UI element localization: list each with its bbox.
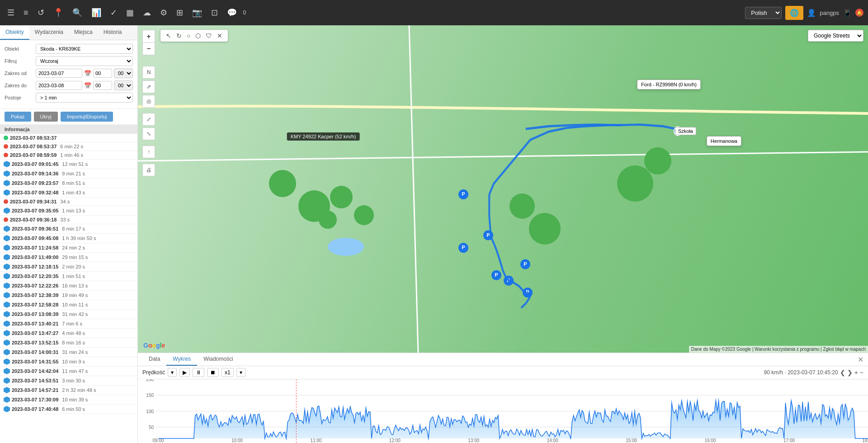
map-tool-refresh[interactable]: ↻ [175, 31, 184, 40]
event-item[interactable]: 2023-03-07 14:57:212 h 32 min 48 s [0, 386, 137, 395]
from-calendar-icon[interactable]: 📅 [84, 70, 91, 77]
event-item[interactable]: 2023-03-07 09:23:578 min 51 s [0, 179, 137, 188]
hide-button[interactable]: Ukryj [34, 112, 58, 122]
map-tool-shield[interactable]: 🛡 [204, 31, 214, 40]
map-north-btn[interactable]: N [142, 66, 155, 79]
chart-stop-btn[interactable]: ⏹ [207, 368, 219, 377]
map-shrink-btn[interactable]: ⤡ [142, 127, 155, 140]
speed-chart[interactable] [138, 379, 868, 443]
chart-dropdown-btn[interactable]: ▾ [168, 368, 177, 377]
map-layers-selector[interactable]: Google Streets Google Satellite OpenStre… [808, 30, 863, 42]
object-select[interactable]: Skoda - KR639KE [36, 44, 133, 54]
chart-close-button[interactable]: ✕ [858, 355, 863, 364]
search-icon[interactable]: 🔍 [70, 6, 85, 19]
event-item[interactable]: 2023-03-07 09:36:518 min 17 s [0, 224, 137, 234]
event-item[interactable]: 2023-03-07 13:08:3931 min 42 s [0, 310, 137, 319]
event-item[interactable]: 2023-03-07 09:32:481 min 43 s [0, 188, 137, 198]
theme-button[interactable]: 🌐 [785, 6, 803, 20]
layers-icon[interactable]: ⊞ [174, 6, 186, 19]
tab-obiekty[interactable]: Obiekty [0, 25, 29, 40]
map-tool-polygon[interactable]: ⬡ [193, 31, 203, 40]
event-item[interactable]: 2023-03-07 13:47:274 min 48 s [0, 329, 137, 338]
filter-select[interactable]: Wczoraj Dziś Ten tydzień [36, 56, 133, 66]
tab-wydarzenia[interactable]: Wydarzenia [29, 25, 69, 40]
zoom-out-button[interactable]: − [142, 42, 155, 55]
chat-icon[interactable]: 💬 [224, 6, 240, 19]
import-export-button[interactable]: Importuj/Eksportuj [61, 112, 113, 122]
settings-icon[interactable]: ⚙ [157, 6, 170, 19]
tab-miejsca[interactable]: Miejsca [69, 25, 98, 40]
menu-icon[interactable]: ☰ [5, 6, 17, 19]
show-button[interactable]: Pokaż [5, 112, 31, 122]
chart-tab-data[interactable]: Data [142, 353, 166, 366]
event-item[interactable]: 2023-03-07 08:59:591 min 46 s [0, 151, 137, 160]
event-item[interactable]: 2023-03-07 12:58:2810 min 11 s [0, 300, 137, 310]
to-calendar-icon[interactable]: 📅 [84, 82, 91, 89]
event-item[interactable]: 2023-03-07 14:31:5510 min 9 s [0, 357, 137, 367]
from-hour-select[interactable]: 00 [114, 68, 133, 78]
chart-tab-wykres[interactable]: Wykres [166, 353, 197, 366]
event-item[interactable]: 2023-03-07 13:52:158 min 16 s [0, 338, 137, 348]
from-hour-input[interactable] [93, 69, 112, 78]
pin-icon[interactable]: 📍 [51, 6, 66, 19]
tab-historia[interactable]: Historia [98, 25, 127, 40]
event-item[interactable]: 2023-03-07 17:30:0910 min 39 s [0, 395, 137, 405]
event-item[interactable]: 2023-03-07 13:40:217 min 6 s [0, 319, 137, 329]
grid-icon[interactable]: ▦ [123, 6, 137, 19]
zoom-in-button[interactable]: + [142, 30, 155, 42]
map-area[interactable]: ↖ ↻ ○ ⬡ 🛡 ✕ + − N ⇗ ◎ ⤢ ⤡ ↑ 🖨 [138, 25, 868, 353]
event-duration: 1 min 43 s [62, 190, 85, 195]
chart-speed-dropdown[interactable]: ▾ [236, 368, 245, 377]
to-hour-input[interactable] [93, 81, 112, 90]
map-tool-close[interactable]: ✕ [215, 31, 224, 40]
event-duration: 1 h 39 min 50 s [62, 236, 96, 241]
to-hour-select[interactable]: 00 [114, 80, 133, 90]
chart-speed-x-btn[interactable]: x1 [222, 368, 234, 377]
layers-select[interactable]: Google Streets Google Satellite OpenStre… [808, 30, 863, 42]
check-icon[interactable]: ✓ [108, 6, 120, 19]
event-item[interactable]: 2023-03-07 12:22:2616 min 13 s [0, 281, 137, 291]
from-date-input[interactable] [36, 69, 82, 78]
event-item[interactable]: 2023-03-07 12:18:152 min 20 s [0, 262, 137, 272]
event-item[interactable]: 2023-03-07 12:38:3919 min 49 s [0, 291, 137, 300]
map-expand-btn[interactable]: ⤢ [142, 113, 155, 126]
chart-next-btn[interactable]: ❯ [847, 369, 853, 376]
map-tool-cursor[interactable]: ↖ [164, 31, 173, 40]
event-item[interactable]: 2023-03-07 08:53:37 [0, 134, 137, 142]
map-arrow-up[interactable]: ↑ [142, 146, 155, 158]
event-item[interactable]: 2023-03-07 14:00:3131 min 24 s [0, 348, 137, 357]
event-item[interactable]: 2023-03-07 09:35:051 min 13 s [0, 206, 137, 216]
event-item[interactable]: 2023-03-07 09:34:3134 s [0, 198, 137, 206]
chart-zoom-out-btn[interactable]: − [860, 369, 863, 376]
chart-prev-btn[interactable]: ❮ [840, 369, 845, 376]
event-item[interactable]: 2023-03-07 09:14:369 min 21 s [0, 169, 137, 179]
cloud-icon[interactable]: ☁ [140, 6, 154, 19]
language-select[interactable]: Polish English [745, 7, 782, 19]
camera-icon[interactable]: 📷 [189, 6, 205, 19]
event-item[interactable]: 2023-03-07 09:45:081 h 39 min 50 s [0, 234, 137, 243]
event-item[interactable]: 2023-03-07 09:01:4512 min 51 s [0, 160, 137, 169]
list-icon[interactable]: ≡ [21, 6, 31, 19]
history-icon[interactable]: ↺ [35, 6, 47, 19]
event-item[interactable]: 2023-03-07 09:36:1833 s [0, 216, 137, 224]
map-print-btn[interactable]: 🖨 [142, 164, 155, 176]
stop-select[interactable]: > 1 min [36, 93, 133, 103]
event-item[interactable]: 2023-03-07 17:40:486 min 50 s [0, 405, 137, 414]
to-date-input[interactable] [36, 81, 82, 90]
event-item[interactable]: 2023-03-07 14:53:513 min 30 s [0, 376, 137, 386]
map-route-btn[interactable]: ⇗ [142, 80, 155, 93]
event-item[interactable]: 2023-03-07 11:49:0029 min 15 s [0, 253, 137, 262]
event-item[interactable]: 2023-03-07 11:24:5824 min 2 s [0, 243, 137, 253]
event-item[interactable]: 2023-03-07 14:42:0411 min 47 s [0, 367, 137, 376]
screen-icon[interactable]: ⊡ [208, 6, 221, 19]
chart-bar-icon[interactable]: 📊 [89, 6, 104, 19]
map-tool-circle[interactable]: ○ [185, 31, 192, 40]
chart-pause-btn[interactable]: ⏸ [193, 368, 204, 377]
map-location-btn[interactable]: ◎ [142, 95, 155, 108]
chart-play-btn[interactable]: ▶ [179, 368, 190, 377]
chart-zoom-in-btn[interactable]: + [854, 369, 858, 376]
event-item[interactable]: 2023-03-07 08:53:376 min 22 s [0, 142, 137, 151]
chart-tab-wiadomosci[interactable]: Wiadomości [197, 353, 239, 366]
event-shield-icon [4, 387, 10, 393]
event-item[interactable]: 2023-03-07 12:20:351 min 51 s [0, 272, 137, 281]
